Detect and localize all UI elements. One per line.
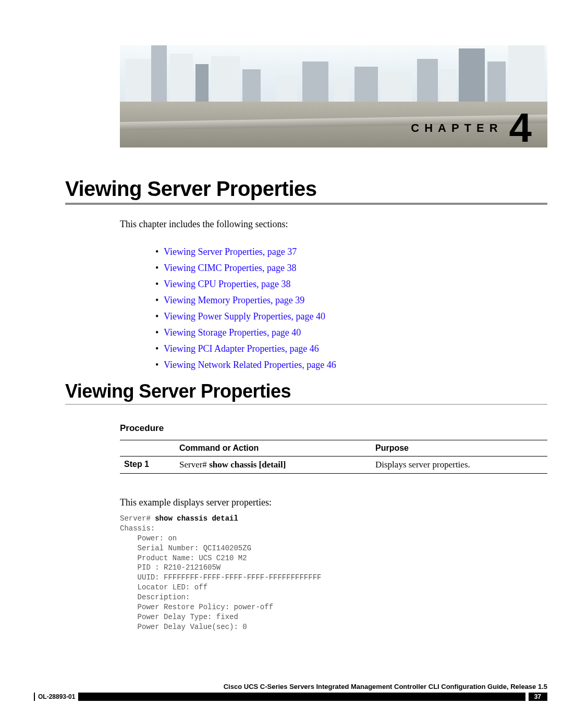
toc-link[interactable]: Viewing PCI Adapter Properties, page 46 [164,343,319,354]
cli-line: Description: [120,593,190,601]
table-cell-command: Server# show chassis [detail] [175,456,371,474]
building [242,69,261,106]
cli-line: Chassis: [120,524,155,533]
chapter-title: Viewing Server Properties [65,177,547,205]
cli-line: Product Name: UCS C210 M2 [120,554,247,562]
cli-line: UUID: FFFFFFFF-FFFF-FFFF-FFFF-FFFFFFFFFF… [120,573,321,582]
cli-line: Power: on [120,534,177,542]
cli-line: Serial Number: QCI140205ZG [120,544,251,552]
building [417,59,438,106]
building [381,72,412,106]
cli-prompt: Server# [120,514,155,523]
cli-line: Power Restore Policy: power-off [120,603,273,611]
toc-link[interactable]: Viewing Storage Properties, page 40 [164,327,301,338]
toc-link[interactable]: Viewing CIMC Properties, page 38 [164,263,296,273]
building [508,45,545,106]
cmd-text: show chassis [detail] [209,460,286,470]
cmd-prompt: Server# [179,460,209,470]
toc-link[interactable]: Viewing Power Supply Properties, page 40 [164,311,325,322]
footer-doc-title: Cisco UCS C-Series Servers Integrated Ma… [34,683,547,690]
table-header-blank [120,440,175,456]
table-row: Step 1 Server# show chassis [detail] Dis… [120,456,547,474]
table-cell-step: Step 1 [120,456,175,474]
footer-notch [525,693,529,701]
cli-output: Server# show chassis detail Chassis: Pow… [120,514,321,632]
building [169,54,193,106]
cli-line: Locator LED: off [120,583,207,591]
procedure-label: Procedure [120,423,164,434]
building [487,61,506,106]
chapter-label: CHAPTER 4 [411,104,532,147]
chapter-word: CHAPTER [411,121,503,134]
table-cell-purpose: Displays server properties. [371,456,547,474]
building [125,59,151,106]
footer-doc-id: OL-28893-01 [37,693,78,701]
chapter-banner: CHAPTER 4 [120,45,547,147]
cli-line: Power Delay Type: fixed [120,613,238,621]
building [302,61,328,106]
chapter-intro: This chapter includes the following sect… [120,219,288,230]
section-heading: Viewing Server Properties [65,380,547,405]
toc-item: Viewing PCI Adapter Properties, page 46 [155,343,336,354]
toc-item: Viewing Memory Properties, page 39 [155,295,336,306]
page: CHAPTER 4 Viewing Server Properties This… [0,0,563,728]
toc-link[interactable]: Viewing Network Related Properties, page… [164,360,336,370]
toc-link[interactable]: Viewing Memory Properties, page 39 [164,295,304,305]
procedure-table: Command or Action Purpose Step 1 Server#… [120,440,547,474]
page-footer: Cisco UCS C-Series Servers Integrated Ma… [34,683,547,701]
toc-item: Viewing Server Properties, page 37 [155,246,336,257]
building [276,75,297,106]
building [195,64,209,106]
footer-bar: OL-28893-01 37 [34,693,547,701]
toc-item: Viewing Storage Properties, page 40 [155,327,336,338]
table-header-row: Command or Action Purpose [120,440,547,456]
cli-line: PID : R210-2121605W [120,563,221,572]
chapter-number: 4 [509,105,532,147]
toc-link[interactable]: Viewing CPU Properties, page 38 [164,279,290,289]
toc-item: Viewing Power Supply Properties, page 40 [155,311,336,322]
building [459,48,485,106]
building [151,45,167,106]
cli-line: Power Delay Value(sec): 0 [120,623,247,631]
building [440,69,456,106]
cli-command: show chassis detail [155,514,238,523]
toc-item: Viewing CPU Properties, page 38 [155,279,336,290]
table-header-command: Command or Action [175,440,371,456]
example-intro: This example displays server properties: [120,497,272,508]
footer-page-number: 37 [530,693,545,701]
table-header-purpose: Purpose [371,440,547,456]
building [211,56,240,106]
chapter-toc: Viewing Server Properties, page 37 Viewi… [134,246,336,376]
building [354,67,378,106]
toc-item: Viewing CIMC Properties, page 38 [155,263,336,274]
toc-link[interactable]: Viewing Server Properties, page 37 [164,246,297,257]
toc-item: Viewing Network Related Properties, page… [155,360,336,371]
